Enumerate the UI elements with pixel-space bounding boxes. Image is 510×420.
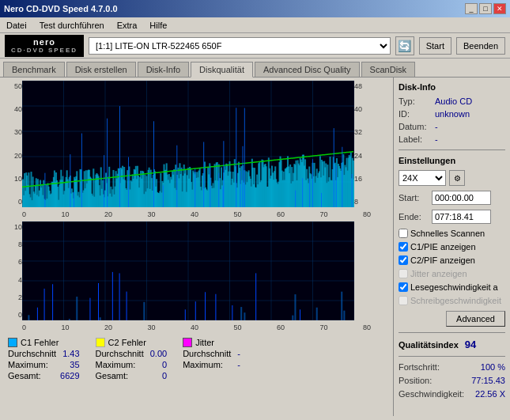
bottom-chart-y-left: 1086420 [3, 221, 22, 320]
advanced-button[interactable]: Advanced [446, 311, 505, 327]
jitter-checkbox[interactable] [399, 269, 408, 278]
top-chart-wrapper: 50403020100 48403224168 [3, 81, 390, 207]
c1-total-value: 6629 [60, 371, 79, 380]
lese-label: Lesegeschwindigkeit a [410, 282, 498, 292]
c1-avg-value: 1.43 [62, 349, 79, 358]
speed-select[interactable]: 24X [399, 170, 446, 186]
position-row: Position: 77:15.43 [399, 376, 505, 385]
jitter-avg-label: Durchschnitt [183, 349, 231, 358]
legend-c1: C1 Fehler Durchschnitt 1.43 Maximum: 35 … [8, 338, 80, 383]
speed-stat-value: 22.56 X [475, 389, 505, 399]
info-disk-label-row: Label: - [399, 134, 505, 144]
type-label: Typ: [399, 96, 432, 106]
right-panel: Disk-Info Typ: Audio CD ID: unknown Datu… [393, 78, 510, 416]
tab-scandisk[interactable]: ScanDisk [361, 62, 415, 77]
disk-label-label: Label: [399, 134, 432, 144]
schreib-checkbox[interactable] [399, 296, 408, 305]
quality-row: Qualitätsindex 94 [399, 339, 505, 350]
info-date-row: Datum: - [399, 122, 505, 131]
tab-diskqualitat[interactable]: Diskqualität [191, 62, 253, 78]
c2-avg-label: Durchschnitt [96, 349, 144, 358]
checkbox-c1pie: C1/PIE anzeigen [399, 242, 505, 252]
c2-label: C2 Fehler [108, 338, 146, 347]
menu-test[interactable]: Test durchführen [36, 20, 108, 31]
info-id-row: ID: unknown [399, 109, 505, 119]
settings-icon-button[interactable]: ⚙ [449, 170, 465, 186]
top-chart-canvas [22, 81, 354, 207]
menu-hilfe[interactable]: Hilfe [146, 20, 170, 31]
info-type-row: Typ: Audio CD [399, 96, 505, 106]
bottom-chart-canvas [22, 221, 354, 320]
menu-extra[interactable]: Extra [114, 20, 141, 31]
bottom-chart-y-right [354, 221, 373, 320]
checkbox-lese: Lesegeschwindigkeit a [399, 282, 505, 292]
tab-disk-info[interactable]: Disk-Info [138, 62, 189, 77]
fortschritt-label: Fortschritt: [399, 362, 440, 372]
divider-3 [399, 356, 505, 357]
c2-max-value: 0 [162, 360, 167, 369]
divider-2 [399, 332, 505, 333]
quality-label: Qualitätsindex [399, 340, 459, 350]
drive-select[interactable]: [1:1] LITE-ON LTR-522465 650F [89, 37, 391, 55]
divider-1 [399, 149, 505, 150]
jitter-avg-value: - [237, 349, 240, 358]
top-chart-y-right: 48403224168 [354, 81, 373, 207]
refresh-icon-button[interactable]: 🔄 [395, 36, 414, 55]
legend-jitter: Jitter Durchschnitt - Maximum: - [183, 338, 240, 383]
lese-checkbox[interactable] [399, 282, 408, 292]
jitter-max-label: Maximum: [183, 360, 223, 369]
start-input[interactable] [432, 191, 491, 205]
jitter-cb-label: Jitter anzeigen [410, 269, 467, 278]
c1-max-value: 35 [70, 360, 79, 369]
nero-logo: nero CD·DVD SPEED [5, 35, 84, 57]
checkbox-c2pif: C2/PIF anzeigen [399, 255, 505, 265]
top-chart-x-axis: 01020304050607080 [3, 210, 390, 219]
tabs-bar: Benchmark Disk erstellen Disk-Info Diskq… [0, 59, 510, 77]
c1-label: C1 Fehler [21, 338, 59, 347]
c2pif-checkbox[interactable] [399, 255, 408, 265]
schnell-checkbox[interactable] [399, 229, 408, 238]
c1-avg-label: Durchschnitt [8, 349, 56, 358]
c2-avg-value: 0.00 [150, 349, 167, 358]
minimize-button[interactable]: _ [465, 3, 478, 14]
start-button[interactable]: Start [419, 37, 451, 55]
tab-benchmark[interactable]: Benchmark [3, 62, 65, 77]
type-value: Audio CD [435, 96, 472, 106]
c1-color-box [8, 338, 17, 347]
start-label: Start: [399, 193, 429, 202]
bottom-chart-wrapper: 1086420 [3, 221, 390, 320]
jitter-label: Jitter [195, 338, 214, 347]
c2-total-value: 0 [162, 371, 167, 380]
schnell-label: Schnelles Scannen [410, 229, 485, 238]
end-row: Ende: [399, 210, 505, 224]
settings-title: Einstellungen [399, 156, 505, 165]
disk-info-title: Disk-Info [399, 82, 505, 92]
fortschritt-row: Fortschritt: 100 % [399, 362, 505, 372]
tab-advanced-disc-quality[interactable]: Advanced Disc Quality [255, 62, 360, 77]
speed-stat-row: Geschwindigkeit: 22.56 X [399, 389, 505, 399]
speed-stat-label: Geschwindigkeit: [399, 389, 464, 399]
c2-color-box [96, 338, 105, 347]
c2-max-label: Maximum: [96, 360, 136, 369]
id-value: unknown [435, 109, 470, 119]
end-input[interactable] [432, 210, 491, 224]
close-button[interactable]: ✕ [493, 3, 506, 14]
c1pie-checkbox[interactable] [399, 242, 408, 252]
position-value: 77:15.43 [471, 376, 505, 385]
title-bar-buttons: _ □ ✕ [465, 3, 506, 14]
c2-total-label: Gesamt: [96, 371, 129, 380]
top-chart-y-left: 50403020100 [3, 81, 22, 207]
maximize-button[interactable]: □ [479, 3, 492, 14]
position-label: Position: [399, 376, 432, 385]
date-value: - [435, 122, 438, 131]
speed-row: 24X ⚙ [399, 170, 505, 186]
stop-button[interactable]: Beenden [456, 37, 505, 55]
checkbox-schnell: Schnelles Scannen [399, 229, 505, 238]
chart-area: 50403020100 48403224168 0102030405060708… [0, 78, 393, 416]
toolbar: nero CD·DVD SPEED [1:1] LITE-ON LTR-5224… [0, 33, 510, 59]
title-bar: Nero CD-DVD Speed 4.7.0.0 _ □ ✕ [0, 0, 510, 17]
checkbox-schreib: Schreibgeschwindigkeit [399, 296, 505, 305]
tab-disk-erstellen[interactable]: Disk erstellen [66, 62, 136, 77]
id-label: ID: [399, 109, 432, 119]
menu-datei[interactable]: Datei [3, 20, 30, 31]
